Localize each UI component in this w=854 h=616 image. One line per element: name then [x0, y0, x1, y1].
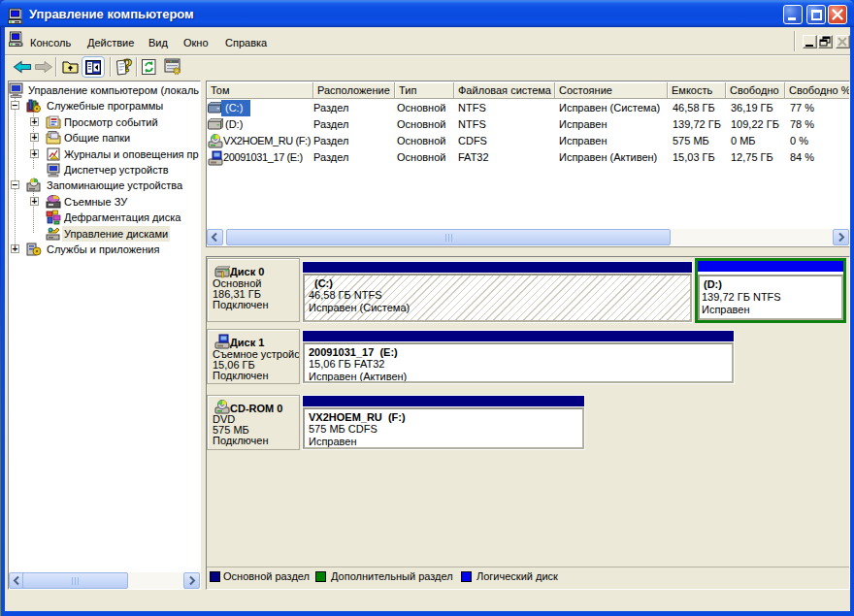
svg-text:?: ? [123, 57, 133, 76]
